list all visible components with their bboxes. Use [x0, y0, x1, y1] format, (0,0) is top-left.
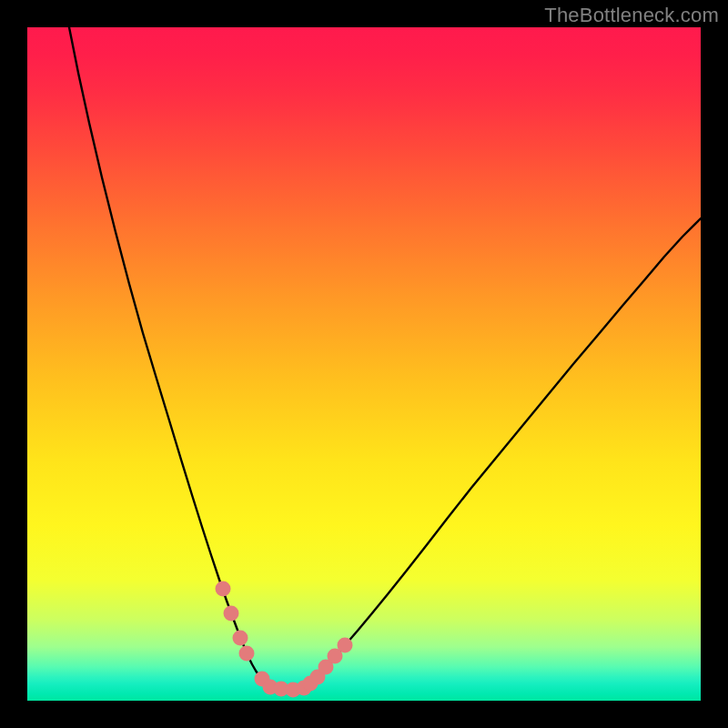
- marker-dot: [239, 646, 255, 662]
- marker-dot: [216, 581, 231, 597]
- plot-area: [27, 27, 701, 701]
- chart-frame: TheBottleneck.com: [0, 0, 728, 728]
- marker-dot: [338, 638, 353, 653]
- marker-dot: [233, 631, 248, 646]
- marker-dot: [224, 606, 239, 622]
- curve-left-branch: [69, 27, 270, 687]
- curve-right-branch: [306, 218, 701, 687]
- curve-layer: [27, 27, 701, 701]
- watermark-text: TheBottleneck.com: [544, 4, 719, 27]
